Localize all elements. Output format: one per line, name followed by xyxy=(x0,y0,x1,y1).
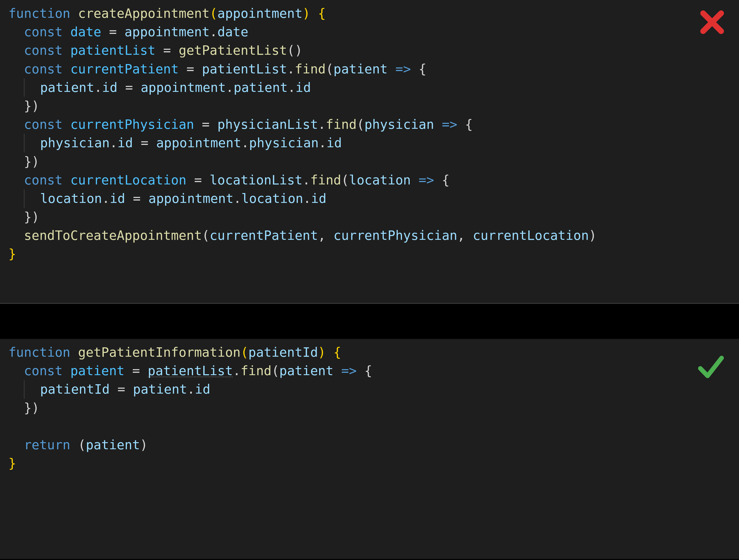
code-token: . xyxy=(303,191,311,206)
code-token xyxy=(141,191,148,206)
code-token: appointment xyxy=(217,6,302,21)
code-token xyxy=(310,6,318,21)
panel-divider xyxy=(0,304,739,339)
code-token: patient xyxy=(234,80,288,95)
code-token xyxy=(388,61,396,77)
code-token: }) xyxy=(24,209,39,225)
code-token: sendToCreateAppointment xyxy=(24,228,202,243)
code-line: }) xyxy=(8,400,39,415)
code-token xyxy=(118,80,125,95)
code-token: . xyxy=(226,80,234,95)
code-token xyxy=(210,117,217,132)
code-line: function createAppointment(appointment) … xyxy=(8,6,326,21)
code-token: appointment xyxy=(148,191,234,206)
code-token: currentPhysician xyxy=(333,228,457,243)
code-token: currentLocation xyxy=(473,228,589,243)
code-token: physician xyxy=(364,117,434,132)
code-line: }) xyxy=(8,209,39,225)
code-token: ( xyxy=(272,363,279,378)
code-token: . xyxy=(288,80,295,95)
code-token: ( xyxy=(357,117,364,132)
code-token: { xyxy=(442,172,449,187)
code-token: { xyxy=(333,345,341,360)
code-token: { xyxy=(364,363,372,378)
code-token: const xyxy=(24,61,70,77)
code-token xyxy=(457,117,465,132)
code-token: getPatientInformation xyxy=(78,345,241,360)
code-token: const xyxy=(24,117,70,132)
code-token: = xyxy=(163,43,171,58)
code-token: { xyxy=(465,117,473,132)
code-line: const currentPatient = patientList.find(… xyxy=(8,61,426,77)
code-token: id xyxy=(326,135,342,150)
code-token: location xyxy=(349,172,411,187)
code-token: = xyxy=(118,382,125,397)
code-token: . xyxy=(187,382,195,397)
code-token xyxy=(179,61,186,77)
code-token: . xyxy=(241,135,249,150)
code-token: const xyxy=(24,363,70,378)
code-line: const currentLocation = locationList.fin… xyxy=(8,172,450,187)
code-token: . xyxy=(234,191,241,206)
code-token xyxy=(434,172,442,187)
code-token xyxy=(202,172,210,187)
code-token: find xyxy=(241,363,271,378)
code-token: currentPatient xyxy=(70,61,179,77)
code-token: = xyxy=(125,80,133,95)
code-token: = xyxy=(133,191,141,206)
code-token: date xyxy=(217,24,248,39)
code-token: => xyxy=(419,172,434,187)
code-token: ( xyxy=(202,228,210,243)
code-token: }) xyxy=(24,98,39,113)
code-line: physician.id = appointment.physician.id xyxy=(8,135,342,150)
code-token: function xyxy=(8,6,78,21)
code-token: function xyxy=(8,345,78,360)
code-block-top[interactable]: function createAppointment(appointment) … xyxy=(0,0,739,268)
code-token: find xyxy=(310,172,341,187)
code-token: => xyxy=(442,117,457,132)
code-line: patient.id = appointment.patient.id xyxy=(8,80,311,95)
code-token: physicianList xyxy=(217,117,318,132)
code-line: const date = appointment.date xyxy=(8,24,249,39)
code-token xyxy=(133,135,141,150)
code-token: = xyxy=(132,363,140,378)
code-line: } xyxy=(8,456,16,471)
code-token: { xyxy=(318,6,326,21)
code-token: location xyxy=(40,191,102,206)
code-line: sendToCreateAppointment(currentPatient, … xyxy=(8,228,597,243)
code-token xyxy=(411,172,419,187)
code-token: , xyxy=(457,228,473,243)
code-token: patientId xyxy=(249,345,318,360)
code-token: appointment xyxy=(156,135,241,150)
code-token: }) xyxy=(24,400,39,415)
code-line: const currentPhysician = physicianList.f… xyxy=(8,117,473,132)
code-token: getPatientList xyxy=(179,43,287,58)
code-token: physician xyxy=(249,135,319,150)
code-token: createAppointment xyxy=(78,6,210,21)
code-token: const xyxy=(24,24,70,39)
code-line: const patientList = getPatientList() xyxy=(8,43,302,58)
code-line: function getPatientInformation(patientId… xyxy=(8,345,341,360)
code-token: , xyxy=(318,228,333,243)
code-token: const xyxy=(24,43,70,58)
code-token: ( xyxy=(341,172,349,187)
code-token xyxy=(357,363,364,378)
code-block-bottom[interactable]: function getPatientInformation(patientId… xyxy=(0,339,739,477)
code-token: patient xyxy=(86,437,140,452)
code-token xyxy=(411,61,419,77)
code-token: patientList xyxy=(202,61,287,77)
code-token: patient xyxy=(70,363,125,378)
code-token: physician xyxy=(40,135,110,150)
code-token: . xyxy=(287,61,295,77)
code-token: id xyxy=(311,191,326,206)
code-token: currentPhysician xyxy=(70,117,194,132)
code-token xyxy=(125,382,133,397)
code-token xyxy=(186,172,194,187)
code-token: . xyxy=(233,363,241,378)
code-token: . xyxy=(110,135,117,150)
code-token: appointment xyxy=(141,80,226,95)
code-token: = xyxy=(141,135,148,150)
code-token: ) xyxy=(589,228,597,243)
code-token: ( xyxy=(241,345,248,360)
code-token: } xyxy=(8,246,16,261)
